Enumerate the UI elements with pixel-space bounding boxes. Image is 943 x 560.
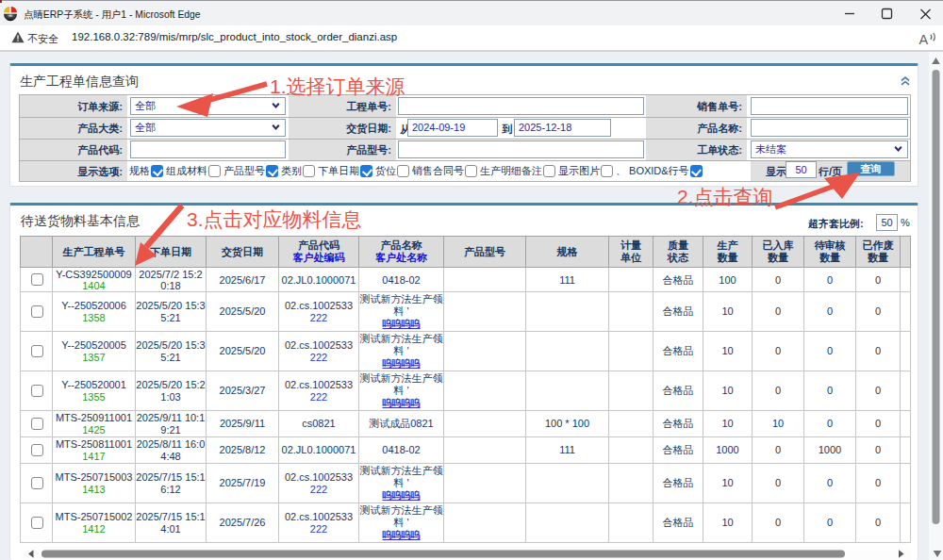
svg-text:A: A — [919, 32, 929, 47]
